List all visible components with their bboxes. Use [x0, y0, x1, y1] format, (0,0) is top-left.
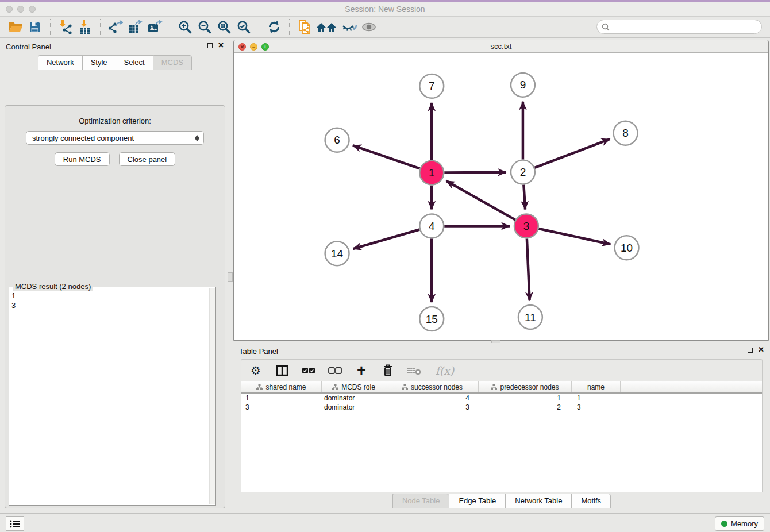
select-stepper-icon — [194, 133, 200, 143]
column-header-successor-nodes[interactable]: successor nodes — [386, 381, 479, 392]
import-table-button[interactable] — [75, 18, 95, 36]
graph-edge-1-2[interactable] — [444, 172, 506, 173]
tab-mcds[interactable]: MCDS — [153, 55, 192, 70]
delete-column-button[interactable] — [380, 363, 395, 378]
import-network-button[interactable] — [56, 18, 75, 36]
export-network-button[interactable] — [106, 18, 125, 36]
unchecked-boxes-icon — [328, 367, 342, 374]
tab-style[interactable]: Style — [82, 55, 116, 70]
zoom-fit-button[interactable] — [214, 18, 234, 36]
graph-edge-1-6[interactable] — [353, 145, 420, 168]
optimization-select-value: strongly connected component — [32, 134, 134, 142]
column-header-name[interactable]: name — [572, 381, 621, 392]
trash-icon — [382, 364, 394, 377]
graph-edge-2-3[interactable] — [523, 184, 525, 209]
toolbar-separator — [170, 19, 170, 35]
graph-edge-3-10[interactable] — [538, 229, 610, 244]
float-table-panel-icon[interactable] — [748, 348, 753, 353]
float-panel-icon[interactable] — [207, 43, 213, 48]
duplicate-network-button[interactable] — [295, 18, 314, 36]
select-all-columns-button[interactable] — [301, 363, 316, 378]
graph-node-label-9: 9 — [520, 79, 526, 91]
table-cell: 1 — [572, 394, 621, 403]
vertical-splitter[interactable] — [228, 272, 233, 282]
search-input[interactable] — [613, 22, 751, 31]
open-folder-icon — [7, 20, 24, 34]
close-panel-button[interactable]: Close panel — [119, 152, 176, 166]
tab-select[interactable]: Select — [116, 55, 153, 70]
show-columns-button[interactable] — [275, 363, 290, 378]
show-hidden-button[interactable] — [359, 18, 379, 36]
table-panel-tabs: Node Table Edge Table Network Table Moti… — [233, 494, 770, 508]
table-header: shared name MCDS role successor nodes pr… — [241, 381, 762, 394]
toolbar-separator — [289, 19, 290, 35]
mcds-result-title: MCDS result (2 nodes) — [13, 282, 93, 291]
table-cell: 2 — [479, 403, 572, 412]
graph-node-label-11: 11 — [525, 311, 536, 323]
memory-button[interactable]: Memory — [715, 516, 764, 531]
run-mcds-button[interactable]: Run MCDS — [55, 152, 110, 166]
close-table-panel-icon[interactable]: ✕ — [758, 347, 764, 353]
table-cell-empty — [621, 403, 762, 412]
tab-motifs[interactable]: Motifs — [571, 494, 611, 508]
column-header-mcds-role[interactable]: MCDS role — [322, 381, 386, 392]
column-header-predecessor-nodes[interactable]: predecessor nodes — [479, 381, 572, 392]
graph-edge-3-11[interactable] — [527, 238, 530, 300]
task-history-button[interactable] — [6, 516, 24, 531]
duplicate-network-icon — [297, 19, 312, 35]
table-settings-button[interactable]: ⚙ — [248, 363, 263, 378]
table-cell: 3 — [241, 403, 322, 412]
graph-node-label-14: 14 — [331, 248, 343, 260]
network-window-titlebar[interactable]: ✕ − + scc.txt — [234, 40, 768, 53]
graph-edge-2-8[interactable] — [534, 139, 610, 168]
zoom-out-button[interactable] — [195, 18, 214, 36]
save-icon — [28, 20, 42, 34]
import-network-icon — [58, 20, 73, 34]
export-image-button[interactable] — [145, 18, 164, 36]
zoom-in-icon — [178, 20, 192, 34]
result-scrollbar[interactable] — [209, 288, 215, 504]
checked-boxes-icon — [302, 367, 315, 374]
attribute-icon — [332, 384, 338, 390]
attribute-icon — [402, 384, 408, 390]
export-table-button[interactable] — [125, 18, 145, 36]
network-canvas[interactable]: 7968124314101511 — [234, 53, 768, 340]
table-row[interactable]: 1dominator411 — [241, 394, 762, 403]
gear-icon: ⚙ — [251, 364, 261, 377]
home-icon — [315, 20, 338, 34]
mcds-result-box: MCDS result (2 nodes) 1 3 — [9, 287, 216, 506]
tab-network[interactable]: Network — [38, 55, 82, 70]
import-table-icon — [78, 20, 93, 34]
tab-network-table[interactable]: Network Table — [505, 494, 571, 508]
table-row[interactable]: 3dominator323 — [241, 403, 762, 412]
zoom-selected-button[interactable] — [234, 18, 253, 36]
hide-selected-button[interactable] — [340, 18, 359, 36]
table-cell: 3 — [386, 403, 479, 412]
search-field[interactable] — [596, 20, 762, 34]
optimization-select[interactable]: strongly connected component — [26, 131, 204, 145]
table-cell: 4 — [386, 394, 479, 403]
graph-node-label-2: 2 — [520, 166, 526, 178]
columns-icon — [276, 365, 288, 376]
function-builder-button[interactable]: f(x) — [433, 363, 456, 378]
tab-node-table[interactable]: Node Table — [392, 494, 449, 508]
export-network-icon — [108, 20, 123, 34]
graph-edge-3-1[interactable] — [446, 181, 515, 220]
search-icon — [602, 23, 610, 31]
home-button[interactable] — [314, 18, 340, 36]
unselect-all-columns-button[interactable] — [328, 363, 342, 378]
hide-eye-icon — [341, 20, 357, 34]
create-column-button[interactable]: + — [354, 363, 369, 378]
delete-table-button[interactable] — [407, 363, 422, 378]
column-header-shared-name[interactable]: shared name — [241, 381, 322, 392]
refresh-button[interactable] — [264, 18, 284, 36]
memory-status-icon — [721, 521, 727, 527]
close-panel-icon[interactable]: ✕ — [218, 43, 224, 48]
save-session-button[interactable] — [25, 18, 45, 36]
graph-edge-4-14[interactable] — [353, 230, 419, 249]
open-session-button[interactable] — [6, 18, 25, 36]
mcds-result-text[interactable]: 1 3 — [11, 291, 207, 503]
table-body: 1dominator4113dominator323 — [241, 394, 762, 412]
tab-edge-table[interactable]: Edge Table — [449, 494, 505, 508]
zoom-in-button[interactable] — [175, 18, 195, 36]
